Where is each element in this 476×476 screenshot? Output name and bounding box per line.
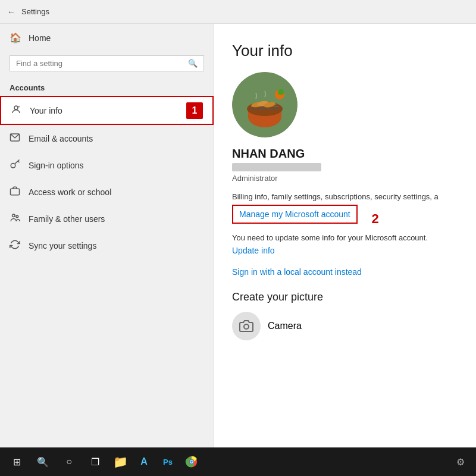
search-box[interactable]: 🔍 [10, 55, 204, 71]
sidebar-item-work-school[interactable]: Access work or school [0, 178, 214, 205]
svg-point-3 [11, 164, 15, 168]
svg-point-8 [12, 214, 15, 217]
sidebar-home-button[interactable]: 🏠 Home [0, 24, 214, 52]
create-picture-title: Create your picture [232, 291, 458, 303]
section-title: Accounts [0, 79, 214, 96]
sidebar-item-label: Sign-in options [29, 161, 84, 170]
briefcase-icon [10, 186, 20, 198]
family-icon [10, 212, 20, 225]
svg-point-27 [190, 461, 193, 463]
svg-line-5 [18, 161, 19, 162]
camera-row: Camera [232, 312, 458, 340]
home-label: Home [29, 33, 51, 43]
app-chrome[interactable] [181, 451, 202, 472]
sidebar-item-sync-settings[interactable]: Sync your settings [0, 232, 214, 259]
content-area: Your info [214, 24, 476, 447]
taskbar: ⊞ 🔍 ○ ❐ 📁 A Ps ⚙ [0, 447, 476, 476]
page-title: Your info [232, 42, 458, 60]
annotation-badge-1: 1 [186, 102, 203, 119]
sidebar-item-label: Email & accounts [29, 134, 93, 143]
start-button[interactable]: ⊞ [5, 450, 29, 474]
task-view-button[interactable]: ❐ [83, 450, 107, 474]
manage-link-wrapper: Manage my Microsoft account 2 [232, 205, 358, 233]
title-bar: ← Settings [0, 0, 476, 24]
avatar [232, 72, 298, 137]
search-input[interactable] [16, 59, 188, 68]
app-edge[interactable]: A [133, 451, 155, 472]
user-email-blurred [232, 163, 321, 171]
sidebar-item-sign-in[interactable]: Sign-in options [0, 152, 214, 178]
avatar-container [232, 72, 458, 137]
svg-point-9 [16, 215, 18, 218]
sidebar: 🏠 Home 🔍 Accounts Your info 1 [0, 24, 214, 447]
manage-microsoft-account-link[interactable]: Manage my Microsoft account [233, 206, 356, 223]
sidebar-item-label: Family & other users [29, 214, 105, 224]
sidebar-item-family-users[interactable]: Family & other users [0, 205, 214, 232]
update-info-link[interactable]: Update info [232, 246, 458, 255]
settings-taskbar-button[interactable]: ⚙ [450, 451, 471, 472]
camera-label: Camera [268, 321, 302, 331]
back-button[interactable]: ← [7, 7, 15, 17]
main-layout: 🏠 Home 🔍 Accounts Your info 1 [0, 24, 476, 447]
sidebar-item-your-info[interactable]: Your info 1 [0, 96, 214, 125]
sidebar-item-label: Access work or school [29, 187, 111, 197]
home-icon: 🏠 [10, 32, 21, 43]
camera-icon-circle[interactable] [232, 312, 261, 340]
sidebar-item-label: Sync your settings [29, 241, 96, 250]
sign-in-local-link[interactable]: Sign in with a local account instead [232, 267, 458, 277]
sidebar-item-label: Your info [30, 106, 62, 115]
search-icon: 🔍 [188, 59, 198, 68]
svg-rect-6 [11, 189, 20, 195]
sidebar-item-email-accounts[interactable]: Email & accounts [0, 125, 214, 152]
update-notice: You need to update some info for your Mi… [232, 233, 458, 242]
cortana-button[interactable]: ○ [57, 450, 81, 474]
key-icon [10, 159, 20, 171]
app-photoshop[interactable]: Ps [157, 451, 178, 472]
user-role: Administrator [232, 174, 458, 183]
your-info-icon [11, 104, 21, 117]
file-explorer-button[interactable]: 📁 [109, 451, 131, 472]
annotation-badge-2: 2 [372, 211, 379, 227]
user-name: NHAN DANG [232, 147, 458, 161]
window-title: Settings [21, 7, 49, 16]
svg-point-21 [278, 89, 284, 95]
search-button[interactable]: 🔍 [31, 450, 55, 474]
email-icon [10, 132, 20, 145]
svg-point-22 [244, 324, 249, 329]
svg-point-0 [14, 106, 18, 109]
manage-link-box: Manage my Microsoft account [232, 205, 358, 224]
billing-text: Billing info, family settings, subscript… [232, 192, 458, 201]
sync-icon [10, 239, 20, 252]
